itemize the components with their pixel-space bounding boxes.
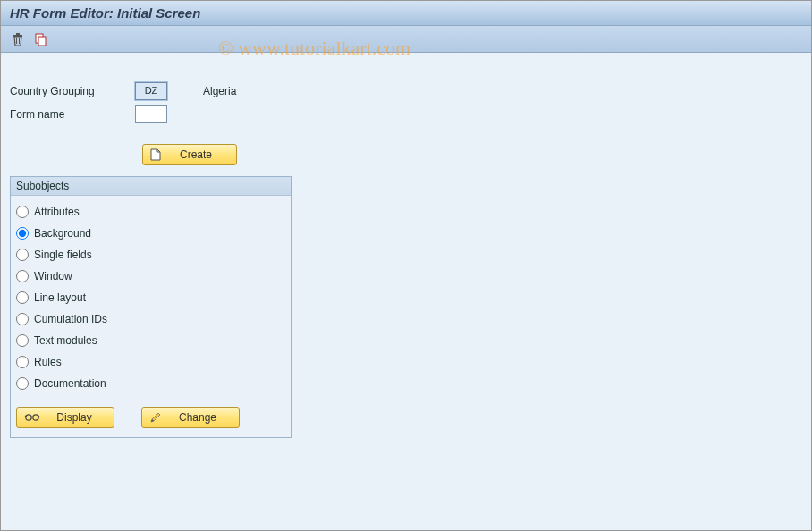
subobject-label: Window <box>34 270 72 282</box>
delete-icon[interactable] <box>10 31 26 47</box>
subobject-radio[interactable] <box>16 270 29 282</box>
copy-icon[interactable] <box>33 31 49 47</box>
subobject-radio[interactable] <box>16 227 29 240</box>
subobject-option[interactable]: Attributes <box>16 201 285 223</box>
content-area: Country Grouping DZ Algeria Form name Cr… <box>1 53 811 531</box>
subobject-option[interactable]: Cumulation IDs <box>16 308 285 330</box>
form-name-input[interactable] <box>135 105 167 123</box>
svg-point-7 <box>33 415 38 420</box>
change-button[interactable]: Change <box>141 407 240 428</box>
svg-line-9 <box>38 416 40 417</box>
new-document-icon <box>150 148 161 161</box>
subobject-option[interactable]: Background <box>16 223 285 244</box>
country-grouping-desc: Algeria <box>203 85 236 97</box>
subobject-option[interactable]: Rules <box>16 351 285 373</box>
svg-point-6 <box>26 415 31 420</box>
glasses-icon <box>24 413 40 422</box>
subobject-label: Rules <box>34 356 62 368</box>
svg-line-8 <box>25 416 27 417</box>
subobject-radio[interactable] <box>16 206 29 218</box>
subobject-label: Attributes <box>34 206 80 218</box>
subobject-option[interactable]: Text modules <box>16 330 285 351</box>
create-button[interactable]: Create <box>142 144 237 165</box>
subobject-label: Documentation <box>34 377 106 390</box>
subobject-label: Single fields <box>34 249 92 261</box>
subobjects-radio-list: AttributesBackgroundSingle fieldsWindowL… <box>11 196 291 398</box>
subobject-label: Cumulation IDs <box>34 313 107 325</box>
subobject-radio[interactable] <box>16 356 29 368</box>
form-name-label: Form name <box>10 108 135 121</box>
create-button-label: Create <box>173 148 229 161</box>
display-button[interactable]: Display <box>16 407 114 428</box>
pencil-icon <box>149 411 162 424</box>
subobject-radio[interactable] <box>16 291 29 304</box>
svg-rect-1 <box>16 33 20 35</box>
subobject-label: Line layout <box>34 291 86 304</box>
form-name-row: Form name <box>10 103 802 126</box>
subobject-radio[interactable] <box>16 249 29 261</box>
title-bar: HR Form Editor: Initial Screen <box>1 1 811 26</box>
change-button-label: Change <box>174 411 232 424</box>
subobject-option[interactable]: Single fields <box>16 244 285 266</box>
svg-rect-5 <box>38 37 46 46</box>
subobject-option[interactable]: Line layout <box>16 287 285 308</box>
subobject-radio[interactable] <box>16 313 29 325</box>
country-grouping-input[interactable]: DZ <box>135 82 167 100</box>
country-grouping-label: Country Grouping <box>10 85 135 97</box>
toolbar <box>1 26 811 53</box>
subobject-radio[interactable] <box>16 377 29 390</box>
page-title: HR Form Editor: Initial Screen <box>10 5 200 21</box>
subobject-label: Background <box>34 227 91 240</box>
subobject-option[interactable]: Window <box>16 266 285 287</box>
country-grouping-row: Country Grouping DZ Algeria <box>10 80 802 103</box>
subobjects-title: Subobjects <box>11 177 291 196</box>
subobject-label: Text modules <box>34 334 97 347</box>
display-button-label: Display <box>53 411 106 424</box>
subobject-option[interactable]: Documentation <box>16 373 285 394</box>
subobjects-actions: Display Change <box>11 398 291 428</box>
subobjects-group: Subobjects AttributesBackgroundSingle fi… <box>10 176 292 438</box>
create-row: Create <box>142 144 802 165</box>
subobject-radio[interactable] <box>16 334 29 347</box>
